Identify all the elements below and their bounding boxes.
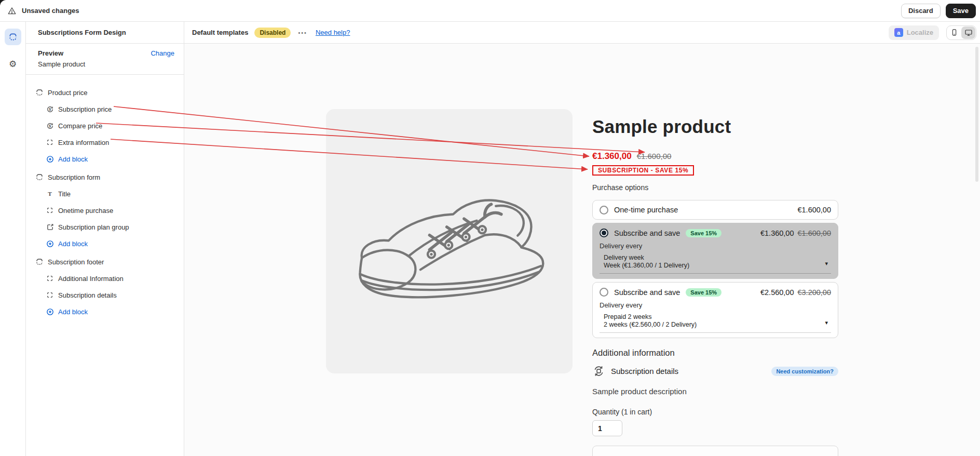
canvas-header: Default templates Disabled ••• Need help… [184,22,980,44]
canvas-scrollbar[interactable] [975,47,978,182]
option-prices: €1.360,00 €1.600,00 [760,229,831,237]
quantity-label: Quantity (1 in cart) [592,408,838,416]
radio-unselected[interactable] [600,206,608,214]
desktop-view-button[interactable] [961,26,975,39]
tree-item-subscription-price[interactable]: $ Subscription price [26,101,184,117]
quantity-input[interactable] [592,420,622,436]
preview-block: Preview Change Sample product [26,44,184,75]
add-block-subscription-footer[interactable]: Add block [26,303,184,320]
subscription-details-row: Subscription details Need customization? [592,365,838,378]
chevron-down-icon: ▾ [825,260,828,266]
additional-information-heading: Additional information [592,348,838,358]
option-one-time-purchase[interactable]: One-time purchase €1.600,00 [592,200,838,220]
preview-canvas: Sample product €1.360,00 €1.600,00 SUBSC… [184,44,980,456]
delivery-select-weekly[interactable]: Delivery week Week (€1.360,00 / 1 Delive… [600,253,831,274]
warning-icon [7,6,17,16]
localize-icon: a [894,28,903,37]
phone-icon [950,29,958,36]
design-panel: Subscriptions Form Design Preview Change… [26,22,184,456]
tree-item-product-price[interactable]: Product price [26,84,184,101]
delivery-every-label: Delivery every [600,242,831,250]
subscription-save-badge: SUBSCRIPTION - SAVE 15% [592,165,694,176]
overflow-menu-icon[interactable]: ••• [298,30,307,36]
add-circle-icon [46,307,54,316]
settings-rail-button[interactable]: ⚙ [0,59,25,69]
change-preview-link[interactable]: Change [151,49,174,57]
option-subscribe-prepaid[interactable]: Subscribe and save Save 15% €2.560,00 €3… [592,282,838,338]
save-percent-pill: Save 15% [686,288,722,297]
topbar: Unsaved changes Discard Save [0,0,980,22]
price-row: €1.360,00 €1.600,00 [592,151,838,162]
placeholder-brackets-icon [46,291,54,299]
left-rail: ⚙ [0,22,26,456]
product-details-column: Sample product €1.360,00 €1.600,00 SUBSC… [592,116,838,456]
localize-button[interactable]: a Localize [889,25,939,40]
save-percent-pill: Save 15% [686,229,722,237]
subscription-price: €1.360,00 [592,151,632,162]
placeholder-brackets-icon [46,274,54,283]
chevron-down-icon: ▾ [825,319,828,326]
placeholder-brackets-icon [46,206,54,214]
product-image-card [326,109,573,373]
option-prices: €2.560,00 €3.200,00 [760,288,831,297]
svg-text:$: $ [49,124,51,128]
preview-product-name: Sample product [38,60,174,68]
tree-item-extra-information[interactable]: Extra information [26,134,184,151]
tree-item-additional-information[interactable]: Additional Information [26,270,184,287]
subscription-details-label: Subscription details [611,367,678,375]
svg-text:T: T [48,191,52,197]
product-description: Sample product description [592,387,838,396]
add-circle-icon [46,155,54,163]
unsaved-changes-label: Unsaved changes [22,7,79,15]
tree-item-onetime-purchase[interactable]: Onetime purchase [26,202,184,219]
tree-item-subscription-plan-group[interactable]: Subscription plan group [26,219,184,235]
panel-title: Subscriptions Form Design [26,22,184,44]
svg-text:$: $ [49,107,51,111]
section-icon [35,173,44,181]
add-block-subscription-form[interactable]: Add block [26,235,184,252]
tree-item-subscription-footer[interactable]: Subscription footer [26,253,184,270]
text-title-icon: T [46,190,54,198]
need-help-link[interactable]: Need help? [316,29,350,36]
device-toggle [946,25,976,40]
mobile-view-button[interactable] [947,26,961,39]
template-title: Default templates [192,29,248,36]
delivery-select-prepaid[interactable]: Prepaid 2 weeks 2 weeks (€2.560,00 / 2 D… [600,312,831,333]
section-icon [35,258,44,266]
placeholder-brackets-icon [46,138,54,146]
need-customization-link[interactable]: Need customization? [771,367,838,376]
option-subscribe-weekly[interactable]: Subscribe and save Save 15% €1.360,00 €1… [592,223,838,279]
add-block-product-price[interactable]: Add block [26,151,184,167]
radio-unselected[interactable] [600,288,608,297]
product-title: Sample product [592,116,838,137]
tree-item-compare-price[interactable]: $ Compare price [26,117,184,134]
price-icon: $ [46,122,54,130]
option-price: €1.600,00 [797,206,831,214]
save-button[interactable]: Save [946,4,976,18]
add-to-cart-button[interactable]: Add to Cart [592,446,838,456]
purchase-options-label: Purchase options [592,183,838,192]
tree-item-subscription-details[interactable]: Subscription details [26,287,184,303]
discard-button[interactable]: Discard [901,4,941,18]
tree-item-subscription-form[interactable]: Subscription form [26,169,184,185]
price-icon: $ [46,105,54,113]
main-area: Default templates Disabled ••• Need help… [184,22,980,456]
block-tree: Product price $ Subscription price $ Com… [26,75,184,320]
sections-rail-button[interactable] [5,29,21,45]
section-icon [35,88,44,97]
plan-group-icon [46,223,54,231]
tree-item-title[interactable]: T Title [26,185,184,202]
delivery-every-label: Delivery every [600,301,831,309]
subscription-renewal-icon [592,365,605,378]
radio-selected[interactable] [600,229,608,237]
add-circle-icon [46,239,54,248]
sneaker-illustration [341,171,559,312]
status-badge: Disabled [254,28,291,38]
compare-price: €1.600,00 [637,152,672,160]
gear-icon: ⚙ [9,59,17,69]
monitor-icon [964,29,973,37]
section-icon [8,32,18,42]
